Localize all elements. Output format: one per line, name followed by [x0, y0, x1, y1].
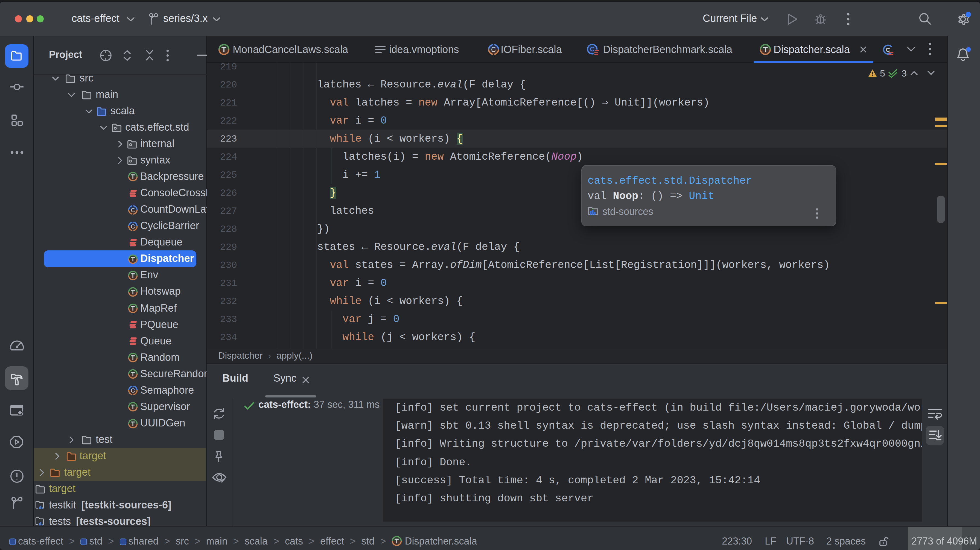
- svg-text:C: C: [590, 45, 595, 53]
